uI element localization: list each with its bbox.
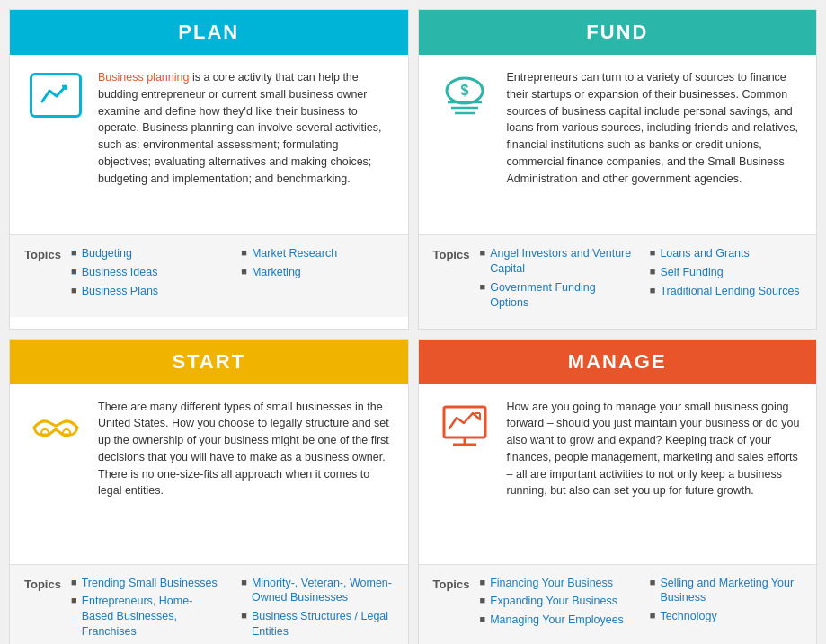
list-item: ■ Managing Your Employees [480, 613, 632, 628]
bullet-icon: ■ [71, 247, 77, 258]
list-item: ■ Budgeting [71, 246, 223, 261]
start-topics-col1: ■ Trending Small Businesses ■ Entreprene… [71, 576, 223, 645]
topic-link[interactable]: Government Funding Options [490, 280, 632, 311]
start-icon [27, 402, 84, 451]
list-item: ■ Government Funding Options [480, 280, 632, 311]
bullet-icon: ■ [650, 285, 656, 296]
bullet-icon: ■ [650, 577, 656, 587]
fund-icon: $ [439, 73, 491, 118]
topic-link[interactable]: Business Ideas [82, 265, 158, 280]
list-item: ■ Business Structures / Legal Entities [241, 609, 393, 640]
manage-icon [438, 402, 492, 454]
manage-topics-label: Topics [433, 576, 480, 632]
manage-card: MANAGE How are you going to manage your … [418, 339, 818, 645]
topic-link[interactable]: Minority-, Veteran-, Women-Owned Busines… [252, 576, 394, 606]
start-header: START [10, 340, 408, 384]
bullet-icon: ■ [650, 610, 656, 621]
plan-description: Business planning is a core activity tha… [98, 69, 394, 187]
list-item: ■ Business Ideas [71, 265, 223, 280]
list-item: ■ Traditional Lending Sources [650, 284, 802, 299]
plan-body: Business planning is a core activity tha… [10, 55, 408, 234]
fund-topics-col2: ■ Loans and Grants ■ Self Funding ■ Trad… [650, 246, 802, 314]
fund-topics-columns: ■ Angel Investors and Venture Capital ■ … [480, 246, 803, 314]
fund-topics: Topics ■ Angel Investors and Venture Cap… [419, 234, 817, 329]
topic-link[interactable]: Self Funding [660, 265, 723, 280]
list-item: ■ Technology [650, 609, 802, 624]
list-item: ■ Financing Your Business [480, 576, 632, 591]
start-topics-label: Topics [24, 576, 71, 645]
fund-description: Entrepreneurs can turn to a variety of s… [507, 69, 803, 187]
list-item: ■ Entrepreneurs, Home-Based Businesses, … [71, 594, 223, 640]
start-body: There are many different types of small … [10, 384, 408, 564]
bullet-icon: ■ [241, 577, 247, 587]
topic-link[interactable]: Entrepreneurs, Home-Based Businesses, Fr… [82, 594, 224, 640]
bullet-icon: ■ [71, 266, 77, 277]
bullet-icon: ■ [241, 247, 247, 258]
plan-topics-columns: ■ Budgeting ■ Business Ideas ■ Business … [71, 246, 394, 303]
fund-topics-label: Topics [433, 246, 480, 314]
topic-link[interactable]: Marketing [252, 265, 301, 280]
topic-link[interactable]: Loans and Grants [660, 246, 749, 261]
start-topics: Topics ■ Trending Small Businesses ■ Ent… [10, 564, 408, 645]
topic-link[interactable]: Trending Small Businesses [82, 576, 218, 591]
start-topics-row: Topics ■ Trending Small Businesses ■ Ent… [24, 576, 394, 645]
bullet-icon: ■ [241, 266, 247, 277]
topic-link[interactable]: Managing Your Employees [490, 613, 624, 628]
manage-header: MANAGE [419, 340, 817, 384]
topic-link[interactable]: Technology [660, 609, 716, 624]
start-card: START There are many different types of … [9, 339, 409, 645]
topic-link[interactable]: Market Research [252, 246, 337, 261]
bullet-icon: ■ [71, 595, 77, 605]
topic-link[interactable]: Business Plans [82, 284, 158, 299]
bullet-icon: ■ [480, 281, 486, 292]
list-item: ■ Minority-, Veteran-, Women-Owned Busin… [241, 576, 393, 606]
plan-icon-wrap [24, 69, 87, 118]
bullet-icon: ■ [480, 577, 486, 587]
fund-topics-col1: ■ Angel Investors and Venture Capital ■ … [480, 246, 632, 314]
start-icon-wrap [24, 399, 87, 451]
start-topics-columns: ■ Trending Small Businesses ■ Entreprene… [71, 576, 394, 645]
fund-card: FUND $ Entrepreneurs can turn to a varie… [418, 9, 818, 330]
manage-topics-columns: ■ Financing Your Business ■ Expanding Yo… [480, 576, 803, 632]
start-description: There are many different types of small … [98, 399, 394, 500]
list-item: ■ Angel Investors and Venture Capital [480, 246, 632, 277]
manage-topics-col2: ■ Selling and Marketing Your Business ■ … [650, 576, 802, 632]
topic-link[interactable]: Selling and Marketing Your Business [660, 576, 802, 606]
list-item: ■ Business Plans [71, 284, 223, 299]
plan-icon [30, 73, 82, 118]
topic-link[interactable]: Angel Investors and Venture Capital [490, 246, 632, 277]
fund-body: $ Entrepreneurs can turn to a variety of… [419, 55, 817, 234]
topic-link[interactable]: Traditional Lending Sources [660, 284, 799, 299]
svg-text:$: $ [460, 83, 468, 98]
topic-link[interactable]: Financing Your Business [490, 576, 613, 591]
bullet-icon: ■ [71, 577, 77, 587]
bullet-icon: ■ [650, 266, 656, 277]
topic-link[interactable]: Budgeting [82, 246, 132, 261]
fund-header: FUND [419, 10, 817, 55]
plan-topics-row: Topics ■ Budgeting ■ Business Ideas ■ [24, 246, 394, 303]
list-item: ■ Self Funding [650, 265, 802, 280]
plan-header: PLAN [10, 10, 408, 55]
manage-topics-col1: ■ Financing Your Business ■ Expanding Yo… [480, 576, 632, 632]
bullet-icon: ■ [480, 595, 486, 605]
manage-topics-row: Topics ■ Financing Your Business ■ Expan… [433, 576, 803, 632]
fund-topics-row: Topics ■ Angel Investors and Venture Cap… [433, 246, 803, 314]
topic-link[interactable]: Business Structures / Legal Entities [252, 609, 394, 640]
manage-body: How are you going to manage your small b… [419, 384, 817, 564]
manage-topics: Topics ■ Financing Your Business ■ Expan… [419, 564, 817, 645]
bullet-icon: ■ [480, 613, 486, 624]
list-item: ■ Selling and Marketing Your Business [650, 576, 802, 606]
plan-card: PLAN Business planning is a core activit… [9, 9, 409, 330]
plan-topics-col1: ■ Budgeting ■ Business Ideas ■ Business … [71, 246, 223, 303]
bullet-icon: ■ [241, 610, 247, 621]
topic-link[interactable]: Expanding Your Business [490, 594, 617, 609]
manage-description: How are you going to manage your small b… [507, 399, 803, 500]
list-item: ■ Trending Small Businesses [71, 576, 223, 591]
start-topics-col2: ■ Minority-, Veteran-, Women-Owned Busin… [241, 576, 393, 645]
plan-topics-label: Topics [24, 246, 71, 303]
plan-text: is a core activity that can help the bud… [98, 71, 381, 185]
plan-highlight: Business planning [98, 71, 189, 84]
bullet-icon: ■ [71, 285, 77, 296]
main-grid: PLAN Business planning is a core activit… [9, 9, 817, 644]
bullet-icon: ■ [480, 247, 486, 258]
